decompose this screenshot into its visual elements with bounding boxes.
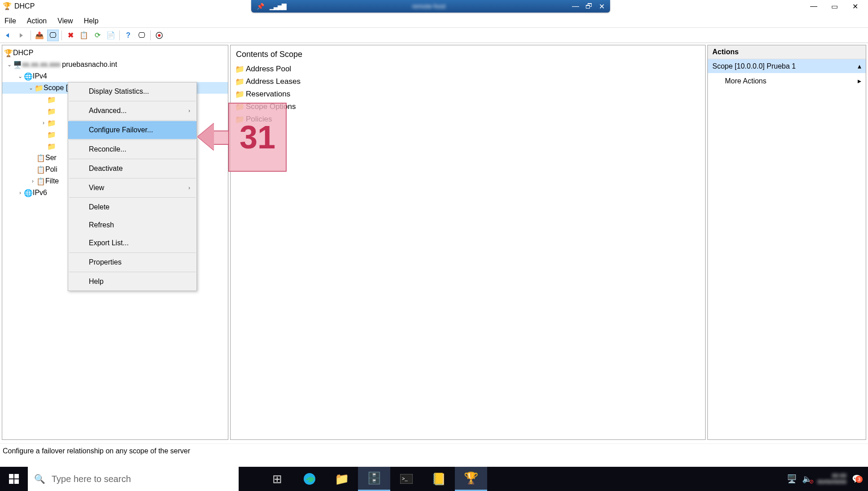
ipv6-icon: 🌐 bbox=[24, 189, 33, 197]
outer-minimize-button[interactable]: — bbox=[803, 0, 824, 13]
action-pane-button[interactable]: 🖵 bbox=[136, 30, 148, 41]
nav-forward-button[interactable] bbox=[16, 30, 28, 41]
cm-export-list[interactable]: Export List... bbox=[68, 234, 196, 252]
remote-close-button[interactable]: ✕ bbox=[599, 2, 605, 11]
pin-icon[interactable]: 📌 bbox=[257, 3, 264, 10]
folder-icon: 📁 bbox=[235, 90, 243, 99]
server-ip-blurred: xx.xx.xx.xxx bbox=[22, 61, 60, 69]
svg-rect-2 bbox=[9, 474, 13, 478]
windows-icon bbox=[9, 474, 19, 484]
tree-ipv4[interactable]: IPv4 bbox=[33, 72, 47, 80]
server-icon: 🖥️ bbox=[13, 61, 22, 69]
refresh-button[interactable]: ⟳ bbox=[92, 30, 103, 41]
toolbar: 📤 🖵 ✖ 📋 ⟳ 📄 ? 🖵 bbox=[0, 28, 868, 43]
content-address-leases[interactable]: 📁Address Leases bbox=[235, 75, 701, 88]
taskbar-search[interactable]: 🔍 Type here to search bbox=[28, 467, 239, 491]
expander-icon[interactable]: › bbox=[40, 120, 47, 126]
content-reservations[interactable]: 📁Reservations bbox=[235, 88, 701, 100]
outer-close-button[interactable]: ✕ bbox=[845, 0, 865, 13]
menubar: File Action View Help bbox=[0, 14, 868, 28]
menu-action[interactable]: Action bbox=[27, 17, 47, 25]
show-hide-tree-button[interactable]: 🖵 bbox=[47, 30, 59, 41]
chevron-right-icon: › bbox=[188, 185, 190, 191]
svg-rect-4 bbox=[9, 479, 13, 484]
signal-icon: ▁▃▅▇ bbox=[270, 3, 286, 10]
policies-icon: 📋 bbox=[36, 165, 45, 174]
tray-volume-icon[interactable]: 🔈⊘ bbox=[802, 474, 812, 484]
delete-button[interactable]: ✖ bbox=[65, 30, 76, 41]
taskbar-cmd[interactable]: >_ bbox=[390, 467, 423, 491]
task-view-button[interactable]: ⊞ bbox=[261, 467, 293, 491]
taskbar-edge[interactable] bbox=[293, 467, 326, 491]
outer-maximize-button[interactable]: ▭ bbox=[824, 0, 845, 13]
menu-file[interactable]: File bbox=[4, 17, 16, 25]
actions-scope-header[interactable]: Scope [10.0.0.0] Prueba 1 ▴ bbox=[708, 59, 866, 73]
content-address-pool[interactable]: 📁Address Pool bbox=[235, 63, 701, 75]
cm-reconcile[interactable]: Reconcile... bbox=[68, 140, 196, 158]
cm-advanced[interactable]: Advanced...› bbox=[68, 102, 196, 120]
taskbar-dhcp[interactable]: 🏆 bbox=[455, 467, 487, 491]
remote-minimize-button[interactable]: — bbox=[572, 2, 579, 11]
remote-connection-bar: 📌 ▁▃▅▇ remote-host — 🗗 ✕ bbox=[251, 0, 610, 13]
cm-help[interactable]: Help bbox=[68, 273, 196, 291]
app-title: 🏆 DHCP bbox=[3, 2, 35, 10]
menu-view[interactable]: View bbox=[57, 17, 73, 25]
taskbar-explorer[interactable]: 📁 bbox=[326, 467, 358, 491]
tray-clock[interactable]: 00:0000/00/0000 bbox=[817, 473, 846, 485]
expander-filters[interactable]: › bbox=[29, 178, 36, 184]
cm-deactivate[interactable]: Deactivate bbox=[68, 160, 196, 178]
tree-server[interactable]: pruebasnacho.int bbox=[62, 61, 117, 69]
cm-delete[interactable]: Delete bbox=[68, 198, 196, 216]
svg-rect-3 bbox=[14, 474, 19, 478]
expander-scope[interactable]: ⌄ bbox=[27, 85, 35, 91]
tree-ipv6[interactable]: IPv6 bbox=[33, 189, 47, 197]
expander-server[interactable]: ⌄ bbox=[6, 61, 13, 68]
taskbar-server-manager[interactable]: 🗄️ bbox=[358, 467, 390, 491]
tree-filters[interactable]: Filte bbox=[45, 177, 59, 185]
menu-help[interactable]: Help bbox=[84, 17, 99, 25]
search-placeholder: Type here to search bbox=[52, 474, 131, 484]
remote-hostname: remote-host bbox=[286, 3, 572, 10]
cm-refresh[interactable]: Refresh bbox=[68, 216, 196, 234]
svg-text:>_: >_ bbox=[402, 476, 408, 481]
folder-icon: 📁 bbox=[47, 107, 56, 116]
status-bar: Configure a failover relationship on any… bbox=[0, 443, 868, 458]
nav-back-button[interactable] bbox=[3, 30, 14, 41]
tray-notifications[interactable]: 💬3 bbox=[852, 474, 862, 484]
cm-view[interactable]: View› bbox=[68, 179, 196, 197]
svg-rect-5 bbox=[14, 479, 19, 484]
taskbar-app[interactable]: 📒 bbox=[423, 467, 455, 491]
remote-restore-button[interactable]: 🗗 bbox=[585, 2, 593, 11]
up-level-button[interactable]: 📤 bbox=[34, 30, 45, 41]
help-button[interactable]: ? bbox=[122, 30, 134, 41]
record-icon[interactable] bbox=[153, 30, 165, 41]
svg-point-1 bbox=[158, 34, 161, 37]
actions-more[interactable]: More Actions ▸ bbox=[708, 73, 866, 89]
export-list-button[interactable]: 📄 bbox=[105, 30, 117, 41]
folder-icon: 📁 bbox=[235, 65, 243, 74]
start-button[interactable] bbox=[0, 467, 28, 491]
status-text: Configure a failover relationship on any… bbox=[3, 447, 190, 455]
folder-icon: 📁 bbox=[47, 130, 56, 139]
search-icon: 🔍 bbox=[34, 474, 45, 484]
tree-policies[interactable]: Poli bbox=[45, 165, 57, 174]
tray-display-icon[interactable]: 🖥️ bbox=[787, 474, 797, 484]
tree-server-options[interactable]: Ser bbox=[45, 154, 57, 162]
properties-button[interactable]: 📋 bbox=[78, 30, 90, 41]
scope-folder-icon: 📁 bbox=[35, 84, 44, 92]
collapse-up-icon[interactable]: ▴ bbox=[858, 62, 861, 70]
dhcp-icon: 🏆 bbox=[3, 2, 12, 10]
expander-ipv6[interactable]: › bbox=[17, 190, 24, 196]
cm-configure-failover[interactable]: Configure Failover... bbox=[68, 121, 196, 139]
cm-properties[interactable]: Properties bbox=[68, 253, 196, 271]
expander-ipv4[interactable]: ⌄ bbox=[17, 73, 24, 79]
content-scope-options[interactable]: 📁Scope Options bbox=[235, 100, 701, 113]
actions-pane: Actions Scope [10.0.0.0] Prueba 1 ▴ More… bbox=[707, 45, 866, 440]
chevron-right-icon: › bbox=[188, 108, 190, 114]
tree-root[interactable]: DHCP bbox=[13, 49, 33, 57]
chevron-right-icon: ▸ bbox=[858, 77, 861, 85]
content-policies[interactable]: 📁Policies bbox=[235, 113, 701, 126]
cm-display-statistics[interactable]: Display Statistics... bbox=[68, 83, 196, 100]
filters-icon: 📋 bbox=[36, 177, 45, 186]
folder-icon: 📁 bbox=[47, 119, 56, 127]
